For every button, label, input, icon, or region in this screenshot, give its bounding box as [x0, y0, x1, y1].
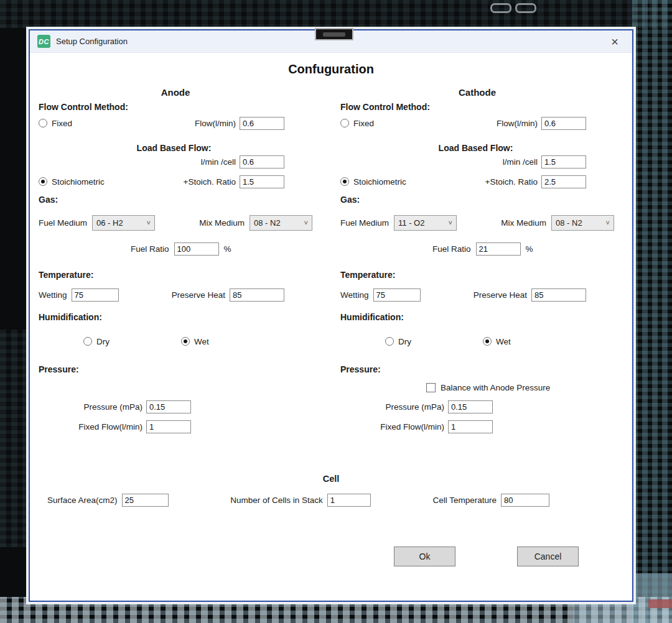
anode-temp-row: Wetting Preserve Heat: [39, 288, 312, 302]
anode-wetting-input[interactable]: [72, 288, 119, 302]
anode-dry-radio[interactable]: [83, 337, 92, 346]
chevron-down-icon: ˅: [449, 219, 452, 226]
cathode-fixed-flow-input[interactable]: [448, 420, 493, 433]
balance-with-anode-label: Balance with Anode Pressure: [441, 383, 550, 392]
cathode-preserve-heat-input[interactable]: [531, 288, 586, 302]
anode-mix-medium-label: Mix Medium: [199, 218, 245, 228]
anode-per-cell-label: l/min /cell: [39, 157, 240, 167]
anode-dry-label: Dry: [96, 337, 110, 346]
cathode-wetting-input[interactable]: [373, 288, 421, 302]
cathode-pressure-field-label: Pressure (mPa): [340, 402, 448, 412]
surface-area-label: Surface Area(cm2): [47, 496, 118, 505]
anode-pressure-input[interactable]: [146, 400, 191, 413]
cathode-flow-control-label: Flow Control Method:: [340, 102, 614, 112]
cathode-fuel-ratio-input[interactable]: [476, 242, 521, 256]
cathode-stoich-ratio-input[interactable]: [541, 175, 586, 188]
anode-flow-input[interactable]: [240, 117, 284, 130]
anode-stoich-ratio-input[interactable]: [240, 175, 284, 188]
anode-fixed-flow-row: Fixed Flow(l/min): [39, 420, 191, 433]
cancel-button[interactable]: Cancel: [517, 547, 579, 566]
anode-fixed-flow-label: Fixed Flow(l/min): [39, 422, 146, 431]
cathode-fuel-medium-label: Fuel Medium: [340, 218, 389, 228]
anode-fixed-label: Fixed: [52, 119, 72, 128]
num-cells-label: Number of Cells in Stack: [230, 496, 323, 505]
cathode-humidification-label: Humidification:: [340, 312, 614, 322]
cathode-pressure-input[interactable]: [448, 400, 493, 413]
cathode-per-cell-label: l/min /cell: [340, 157, 541, 167]
percent-label: %: [526, 244, 533, 254]
chevron-down-icon: ˅: [147, 219, 151, 226]
setup-configuration-dialog: DC Setup Configuration × Confuguration A…: [29, 29, 633, 602]
anode-per-cell-row: l/min /cell: [39, 155, 312, 168]
cathode-fixed-row: Fixed Flow(l/min): [340, 116, 614, 130]
anode-flow-label: Flow(l/min): [72, 119, 240, 128]
anode-preserve-heat-label: Preserve Heat: [172, 290, 225, 300]
cell-section: Cell Surface Area(cm2) Number of Cells i…: [39, 474, 623, 507]
chevron-down-icon: ˅: [304, 219, 308, 226]
cathode-mix-medium-dropdown[interactable]: 08 - N2 ˅: [551, 215, 614, 231]
anode-preserve-heat-input[interactable]: [230, 288, 284, 302]
anode-stoich-ratio-label: +Stoich. Ratio: [105, 177, 240, 187]
anode-fixed-flow-input[interactable]: [146, 420, 191, 433]
background-pattern-right: [632, 0, 672, 623]
cathode-fuel-medium-dropdown[interactable]: 11 - O2 ˅: [394, 215, 457, 231]
cathode-dry-radio[interactable]: [385, 337, 394, 346]
cathode-humid-row: Dry Wet: [340, 336, 614, 347]
anode-pressure-row: Pressure (mPa): [39, 400, 191, 413]
window-title: Setup Configuration: [56, 37, 128, 46]
anode-fuel-ratio-label: Fuel Ratio: [131, 244, 169, 254]
cell-title: Cell: [39, 474, 623, 484]
anode-wet-label: Wet: [194, 337, 209, 346]
screen-capture-handle: [315, 28, 353, 40]
anode-mix-medium-dropdown[interactable]: 08 - N2 ˅: [250, 215, 312, 231]
percent-label: %: [224, 244, 231, 254]
surface-area-input[interactable]: [122, 494, 169, 507]
cathode-flow-label: Flow(l/min): [374, 119, 541, 128]
anode-title: Anode: [39, 87, 312, 98]
background-glyph: [490, 3, 511, 13]
cathode-fuel-ratio-row: Fuel Ratio %: [340, 242, 614, 256]
cathode-fixed-flow-label: Fixed Flow(l/min): [340, 422, 448, 431]
close-icon[interactable]: ×: [606, 33, 623, 50]
cathode-wetting-label: Wetting: [340, 290, 369, 300]
background-red-accent: [648, 599, 672, 608]
cathode-stoich-row: Stoichiometric +Stoich. Ratio: [340, 175, 614, 188]
cathode-flow-input[interactable]: [541, 117, 586, 130]
cathode-dry-label: Dry: [398, 337, 411, 346]
background-glyph: [515, 3, 536, 13]
anode-stoichiometric-radio[interactable]: [39, 177, 47, 186]
cathode-fixed-flow-row: Fixed Flow(l/min): [340, 420, 493, 433]
anode-fixed-radio[interactable]: [39, 119, 47, 127]
anode-wetting-label: Wetting: [39, 290, 67, 300]
cathode-stoichiometric-radio[interactable]: [340, 177, 349, 186]
cathode-gas-label: Gas:: [340, 195, 614, 205]
handle-bar: [323, 32, 345, 37]
cathode-mix-medium-value: 08 - N2: [556, 218, 606, 228]
cell-row: Surface Area(cm2) Number of Cells in Sta…: [39, 494, 623, 507]
anode-stoich-row: Stoichiometric +Stoich. Ratio: [39, 175, 312, 188]
cathode-fuel-ratio-label: Fuel Ratio: [432, 244, 471, 254]
cathode-mix-medium-label: Mix Medium: [501, 218, 546, 228]
anode-per-cell-input[interactable]: [240, 155, 284, 168]
cathode-pressure-label: Pressure:: [340, 364, 614, 374]
cathode-fuel-medium-value: 11 - O2: [398, 218, 449, 228]
cell-temperature-input[interactable]: [501, 494, 549, 507]
anode-fuel-medium-dropdown[interactable]: 06 - H2 ˅: [92, 215, 155, 231]
cathode-pressure-row: Pressure (mPa): [340, 400, 493, 413]
cathode-per-cell-input[interactable]: [541, 155, 586, 168]
cathode-wet-radio[interactable]: [483, 337, 492, 346]
anode-load-based-label: Load Based Flow:: [39, 143, 312, 153]
anode-medium-row: Fuel Medium 06 - H2 ˅ Mix Medium 08 - N2…: [39, 215, 312, 231]
anode-fuel-medium-value: 06 - H2: [96, 218, 147, 228]
anode-wet-radio[interactable]: [181, 337, 190, 346]
cathode-preserve-heat-label: Preserve Heat: [474, 290, 527, 300]
anode-pressure-field-label: Pressure (mPa): [39, 402, 146, 412]
cathode-medium-row: Fuel Medium 11 - O2 ˅ Mix Medium 08 - N2…: [340, 215, 614, 231]
anode-humid-row: Dry Wet: [39, 336, 312, 347]
ok-button[interactable]: Ok: [394, 547, 455, 566]
num-cells-input[interactable]: [327, 494, 371, 507]
cathode-fixed-radio[interactable]: [340, 119, 349, 127]
balance-with-anode-checkbox[interactable]: [426, 383, 436, 392]
anode-fuel-ratio-input[interactable]: [174, 242, 219, 256]
cathode-wet-label: Wet: [496, 337, 511, 346]
